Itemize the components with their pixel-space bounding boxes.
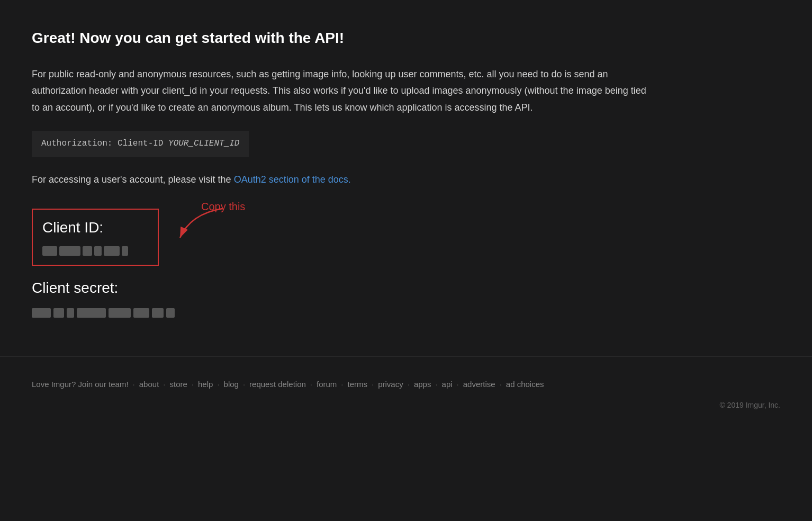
sep-4: · [243,378,245,391]
client-id-box: Client ID: [32,209,159,266]
blur-block-5 [104,246,120,256]
code-prefix: Authorization: Client-ID [41,139,168,148]
sep-9: · [435,378,437,391]
sep-10: · [457,378,459,391]
footer-link-api[interactable]: api [442,378,453,391]
description-text: For public read-only and anonymous resou… [32,66,656,116]
authorization-code-block: Authorization: Client-ID YOUR_CLIENT_ID [32,131,249,157]
secret-blur-4 [77,308,106,318]
footer-link-privacy[interactable]: privacy [378,378,403,391]
secret-blur-2 [53,308,64,318]
secret-blur-7 [152,308,164,318]
blur-block-1 [42,246,57,256]
footer-link-terms[interactable]: terms [348,378,368,391]
client-secret-section: Client secret: [32,276,656,319]
sep-11: · [500,378,502,391]
footer-copyright: © 2019 Imgur, Inc. [32,399,780,411]
footer-link-apps[interactable]: apps [414,378,431,391]
footer-link-blog[interactable]: blog [224,378,239,391]
sep-2: · [192,378,194,391]
sep-5: · [310,378,312,391]
secret-blur-5 [109,308,131,318]
page-title: Great! Now you can get started with the … [32,26,656,50]
sep-7: · [372,378,374,391]
secret-blur-1 [32,308,51,318]
footer-link-request-deletion[interactable]: request deletion [249,378,306,391]
copy-arrow-icon [169,203,233,246]
sep-0: · [133,378,135,391]
client-id-section: Client ID: Copy this [32,209,656,266]
blur-block-3 [83,246,92,256]
footer-link-about[interactable]: about [139,378,159,391]
sep-3: · [217,378,219,391]
footer-link-forum[interactable]: forum [317,378,337,391]
footer-link-store[interactable]: store [169,378,187,391]
client-id-label: Client ID: [42,216,148,240]
footer-link-help[interactable]: help [198,378,213,391]
oauth-link[interactable]: OAuth2 section of the docs. [234,174,351,185]
blur-block-4 [94,246,102,256]
secret-blur-6 [133,308,149,318]
client-id-value [42,244,148,258]
blur-block-6 [122,246,128,256]
secret-blur-8 [166,308,175,318]
code-variable: YOUR_CLIENT_ID [168,139,239,148]
secret-blur-3 [67,308,74,318]
footer-love-text: Love Imgur? Join our team! [32,378,129,391]
oauth-text: For accessing a user's account, please v… [32,172,656,187]
sep-8: · [408,378,410,391]
sep-1: · [163,378,165,391]
blur-block-2 [59,246,80,256]
client-secret-value [32,307,656,319]
oauth-prefix: For accessing a user's account, please v… [32,174,234,185]
footer-links: Love Imgur? Join our team! · about · sto… [32,378,780,391]
footer-link-ad-choices[interactable]: ad choices [506,378,544,391]
footer: Love Imgur? Join our team! · about · sto… [0,356,812,421]
main-content: Great! Now you can get started with the … [0,0,688,356]
client-secret-label: Client secret: [32,276,656,300]
sep-6: · [341,378,343,391]
footer-link-advertise[interactable]: advertise [463,378,495,391]
